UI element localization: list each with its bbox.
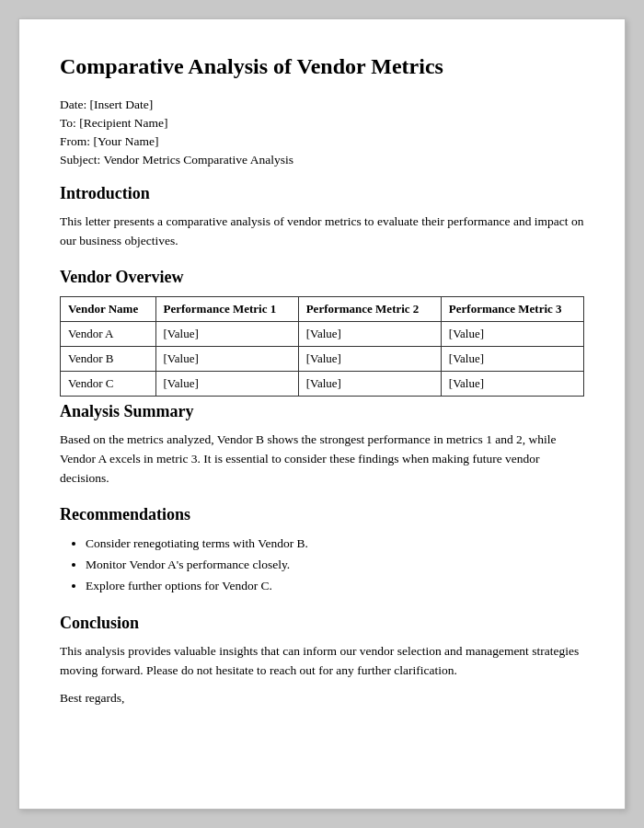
table-cell-r0-c3: [Value] <box>441 322 583 347</box>
table-row: Vendor C[Value][Value][Value] <box>61 372 584 397</box>
recommendation-item-2: Explore further options for Vendor C. <box>86 576 584 597</box>
table-cell-r1-c1: [Value] <box>155 347 298 372</box>
vendor-table: Vendor Name Performance Metric 1 Perform… <box>60 296 584 397</box>
introduction-heading: Introduction <box>60 184 584 203</box>
table-header-row: Vendor Name Performance Metric 1 Perform… <box>61 297 584 322</box>
col-header-metric3: Performance Metric 3 <box>441 297 583 322</box>
vendor-overview-heading: Vendor Overview <box>60 268 584 287</box>
table-cell-r1-c3: [Value] <box>441 347 583 372</box>
table-cell-r0-c0: Vendor A <box>61 322 156 347</box>
table-row: Vendor A[Value][Value][Value] <box>61 322 584 347</box>
table-cell-r2-c0: Vendor C <box>61 372 156 397</box>
col-header-vendor-name: Vendor Name <box>61 297 156 322</box>
recommendations-list: Consider renegotiating terms with Vendor… <box>86 534 584 597</box>
table-cell-r0-c1: [Value] <box>155 322 298 347</box>
table-cell-r0-c2: [Value] <box>298 322 441 347</box>
conclusion-closing: Best regards, <box>60 689 584 708</box>
recommendations-heading: Recommendations <box>60 505 584 524</box>
recommendation-item-1: Monitor Vendor A's performance closely. <box>86 555 584 576</box>
meta-from: From: [Your Name] <box>60 134 584 149</box>
col-header-metric1: Performance Metric 1 <box>155 297 298 322</box>
col-header-metric2: Performance Metric 2 <box>298 297 441 322</box>
meta-subject: Subject: Vendor Metrics Comparative Anal… <box>60 153 584 167</box>
analysis-summary-body: Based on the metrics analyzed, Vendor B … <box>60 431 584 489</box>
document-page: Comparative Analysis of Vendor Metrics D… <box>18 18 626 810</box>
conclusion-body: This analysis provides valuable insights… <box>60 642 584 681</box>
conclusion-heading: Conclusion <box>60 614 584 633</box>
table-cell-r2-c1: [Value] <box>155 372 298 397</box>
table-row: Vendor B[Value][Value][Value] <box>61 347 584 372</box>
analysis-summary-heading: Analysis Summary <box>60 402 584 421</box>
meta-date: Date: [Insert Date] <box>60 98 584 112</box>
recommendation-item-0: Consider renegotiating terms with Vendor… <box>86 534 584 555</box>
document-title: Comparative Analysis of Vendor Metrics <box>60 52 584 81</box>
meta-to: To: [Recipient Name] <box>60 116 584 131</box>
introduction-body: This letter presents a comparative analy… <box>60 213 584 251</box>
table-cell-r2-c2: [Value] <box>298 372 441 397</box>
table-cell-r1-c2: [Value] <box>298 347 441 372</box>
table-cell-r2-c3: [Value] <box>441 372 583 397</box>
table-cell-r1-c0: Vendor B <box>61 347 156 372</box>
